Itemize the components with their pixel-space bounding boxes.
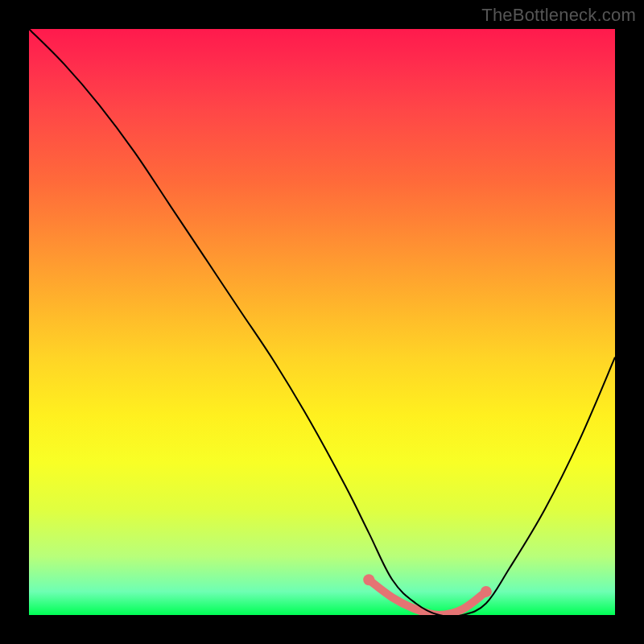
highlight-end-dot-left bbox=[363, 574, 374, 585]
bottleneck-curve bbox=[29, 29, 615, 615]
watermark-label: TheBottleneck.com bbox=[481, 5, 636, 26]
highlight-end-dot-right bbox=[481, 586, 492, 597]
curve-svg bbox=[29, 29, 615, 615]
chart-canvas: TheBottleneck.com bbox=[0, 0, 644, 644]
plot-area bbox=[29, 29, 615, 615]
optimal-range-highlight bbox=[369, 580, 486, 615]
